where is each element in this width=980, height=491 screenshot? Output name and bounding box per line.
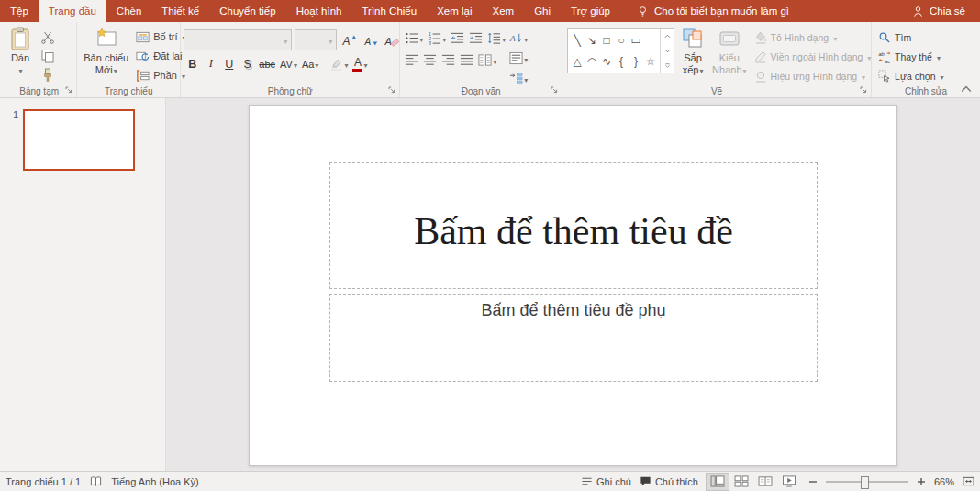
slideshow-view-button[interactable] bbox=[778, 474, 800, 490]
slide-editor-area: Bấm để thêm tiêu đề Bấm để thêm tiêu đề … bbox=[166, 98, 980, 471]
underline-button[interactable]: U bbox=[220, 55, 238, 73]
svg-text:ac: ac bbox=[885, 59, 890, 63]
font-name-select[interactable] bbox=[184, 29, 292, 50]
zoom-in-button[interactable] bbox=[917, 477, 926, 486]
reading-view-button[interactable] bbox=[754, 474, 776, 490]
paste-button[interactable]: Dán bbox=[5, 25, 36, 76]
tab-design[interactable]: Thiết kế bbox=[151, 0, 209, 22]
proofing-language-icon[interactable] bbox=[90, 475, 102, 487]
title-placeholder-text: Bấm để thêm tiêu đề bbox=[414, 198, 733, 253]
bullets-button[interactable] bbox=[403, 29, 425, 47]
shape-triangle-icon[interactable]: △ bbox=[571, 53, 584, 70]
shape-rounded-rectangle-icon[interactable]: ▭ bbox=[629, 32, 642, 49]
language-indicator[interactable]: Tiếng Anh (Hoa Kỳ) bbox=[111, 476, 199, 487]
replace-button[interactable]: abac Thay thế bbox=[874, 49, 947, 65]
tab-record[interactable]: Ghi bbox=[524, 0, 561, 22]
cut-button[interactable] bbox=[38, 28, 58, 45]
paste-caret-icon bbox=[17, 64, 22, 76]
shape-star-icon[interactable]: ☆ bbox=[644, 53, 657, 70]
text-shadow-button[interactable]: S bbox=[239, 55, 256, 73]
paragraph-dialog-launcher[interactable] bbox=[551, 86, 559, 95]
clear-formatting-button[interactable]: A bbox=[382, 32, 402, 49]
subtitle-placeholder[interactable]: Bấm để thêm tiêu đề phụ bbox=[329, 294, 818, 382]
shape-outline-button[interactable]: Viền ngoài Hình dạng bbox=[751, 49, 875, 65]
title-placeholder[interactable]: Bấm để thêm tiêu đề bbox=[329, 162, 818, 289]
select-button[interactable]: Lựa chọn bbox=[874, 68, 947, 84]
text-highlight-button[interactable] bbox=[328, 55, 350, 73]
shape-right-brace-icon[interactable]: } bbox=[629, 53, 642, 70]
decrease-font-size-button[interactable]: A bbox=[361, 32, 381, 49]
share-button[interactable]: Chia sẻ bbox=[897, 0, 980, 22]
zoom-percentage[interactable]: 66% bbox=[934, 476, 954, 487]
collapse-ribbon-button[interactable] bbox=[961, 85, 972, 93]
slide-counter[interactable]: Trang chiếu 1 / 1 bbox=[6, 476, 81, 487]
shapes-more-button[interactable] bbox=[661, 58, 674, 73]
shape-arc-icon[interactable]: ◠ bbox=[585, 53, 598, 70]
tab-slideshow[interactable]: Trình Chiếu bbox=[352, 0, 428, 22]
font-color-button[interactable]: A bbox=[351, 55, 369, 73]
tab-insert[interactable]: Chèn bbox=[106, 0, 152, 22]
align-left-button[interactable] bbox=[403, 51, 420, 69]
decrease-indent-button[interactable] bbox=[449, 29, 466, 47]
clipboard-dialog-launcher[interactable] bbox=[65, 86, 73, 95]
text-direction-button[interactable]: A bbox=[507, 29, 529, 47]
tell-me-label: Cho tôi biết bạn muốn làm gì bbox=[654, 6, 789, 17]
align-right-button[interactable] bbox=[440, 51, 457, 69]
notes-button[interactable]: Ghi chú bbox=[581, 475, 631, 487]
columns-button[interactable] bbox=[476, 51, 498, 69]
slide-sorter-view-button[interactable] bbox=[730, 474, 752, 490]
tab-transitions[interactable]: Chuyển tiếp bbox=[209, 0, 285, 22]
font-dialog-launcher[interactable] bbox=[388, 86, 396, 95]
numbering-button[interactable]: 123 bbox=[426, 29, 448, 47]
convert-to-smartart-button[interactable] bbox=[507, 70, 529, 87]
quick-styles-button[interactable]: Kiểu Nhanh bbox=[708, 25, 750, 76]
shape-curve-icon[interactable]: ∿ bbox=[600, 53, 613, 70]
tab-help[interactable]: Trợ giúp bbox=[561, 0, 620, 22]
slide-thumbnail[interactable] bbox=[23, 109, 135, 171]
new-slide-button[interactable]: Bản chiếu Mới bbox=[80, 25, 132, 76]
lightbulb-icon bbox=[637, 6, 649, 17]
shape-left-brace-icon[interactable]: { bbox=[615, 53, 628, 70]
align-text-button[interactable] bbox=[507, 50, 529, 67]
shapes-scroll-up-button[interactable] bbox=[661, 29, 674, 44]
shape-fill-button[interactable]: Tô Hình dạng bbox=[751, 29, 875, 46]
shape-oval-icon[interactable]: ○ bbox=[615, 32, 628, 49]
slide-canvas[interactable]: Bấm để thêm tiêu đề Bấm để thêm tiêu đề … bbox=[249, 105, 897, 466]
character-spacing-button[interactable]: AV bbox=[278, 55, 299, 73]
drawing-dialog-launcher[interactable] bbox=[860, 86, 868, 95]
normal-view-button[interactable] bbox=[707, 474, 729, 490]
justify-button[interactable] bbox=[458, 51, 475, 69]
paste-label: Dán bbox=[11, 52, 29, 64]
increase-indent-button[interactable] bbox=[467, 29, 484, 47]
italic-button[interactable]: I bbox=[202, 55, 219, 73]
format-painter-button[interactable] bbox=[38, 67, 58, 84]
tab-animations[interactable]: Hoạt hình bbox=[286, 0, 352, 22]
quick-styles-icon bbox=[718, 27, 741, 50]
align-center-button[interactable] bbox=[421, 51, 439, 69]
bold-button[interactable]: B bbox=[184, 55, 201, 73]
fit-slide-to-window-button[interactable] bbox=[963, 475, 974, 487]
shapes-scroll-down-button[interactable] bbox=[661, 44, 674, 59]
tell-me-box[interactable]: Cho tôi biết bạn muốn làm gì bbox=[628, 0, 798, 22]
tab-review[interactable]: Xem lại bbox=[427, 0, 482, 22]
zoom-slider[interactable] bbox=[826, 475, 908, 488]
tab-view[interactable]: Xem bbox=[483, 0, 525, 22]
zoom-out-button[interactable] bbox=[808, 477, 818, 486]
shape-line-icon[interactable]: ╲ bbox=[571, 32, 584, 49]
shape-effects-button[interactable]: Hiệu ứng Hình dạng bbox=[751, 68, 875, 84]
section-icon bbox=[136, 69, 150, 83]
comments-button[interactable]: Chú thích bbox=[640, 475, 698, 487]
font-size-select[interactable] bbox=[295, 29, 337, 50]
shape-rectangle-icon[interactable]: □ bbox=[600, 32, 613, 49]
strikethrough-button[interactable]: abc bbox=[257, 55, 277, 73]
arrange-button[interactable]: Sắp xếp bbox=[677, 25, 708, 76]
tab-home[interactable]: Trang đầu bbox=[39, 0, 106, 22]
change-case-button[interactable]: Aa bbox=[300, 55, 320, 73]
increase-font-size-button[interactable]: A bbox=[340, 32, 360, 49]
zoom-slider-thumb[interactable] bbox=[861, 476, 869, 489]
find-button[interactable]: Tìm bbox=[874, 29, 947, 46]
tab-file[interactable]: Tệp bbox=[0, 0, 39, 22]
shape-arrow-icon[interactable]: ↘ bbox=[585, 32, 598, 49]
line-spacing-button[interactable] bbox=[485, 29, 507, 47]
copy-button[interactable] bbox=[38, 48, 58, 64]
